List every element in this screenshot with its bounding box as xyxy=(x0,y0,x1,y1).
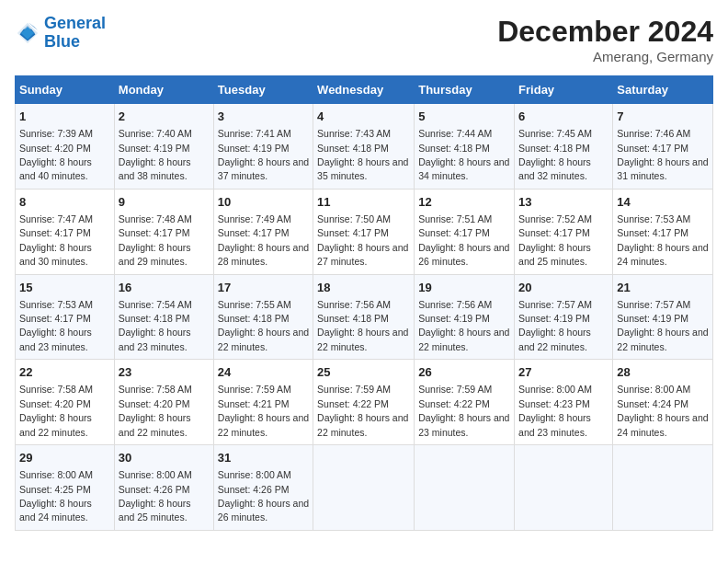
day-number: 25 xyxy=(317,364,410,381)
day-info: Sunrise: 7:59 AMSunset: 4:21 PMDaylight:… xyxy=(218,384,309,437)
day-number: 29 xyxy=(19,450,110,466)
day-number: 13 xyxy=(518,194,609,211)
logo: General Blue xyxy=(15,15,106,52)
calendar-day-cell: 27Sunrise: 8:00 AMSunset: 4:23 PMDayligh… xyxy=(515,360,613,445)
day-number: 6 xyxy=(518,109,609,125)
day-info: Sunrise: 8:00 AMSunset: 4:26 PMDaylight:… xyxy=(218,469,309,523)
day-info: Sunrise: 7:58 AMSunset: 4:20 PMDaylight:… xyxy=(119,384,192,437)
calendar-week-row: 1Sunrise: 7:39 AMSunset: 4:20 PMDaylight… xyxy=(16,104,713,190)
calendar-day-cell: 29Sunrise: 8:00 AMSunset: 4:25 PMDayligh… xyxy=(16,445,115,531)
logo-line1: General xyxy=(44,14,106,32)
day-info: Sunrise: 7:58 AMSunset: 4:20 PMDaylight:… xyxy=(19,384,93,437)
calendar-day-cell: 15Sunrise: 7:53 AMSunset: 4:17 PMDayligh… xyxy=(16,274,115,360)
calendar-day-cell: 7Sunrise: 7:46 AMSunset: 4:17 PMDaylight… xyxy=(613,104,713,190)
day-info: Sunrise: 7:57 AMSunset: 4:19 PMDaylight:… xyxy=(518,299,592,352)
calendar-day-cell: 19Sunrise: 7:56 AMSunset: 4:19 PMDayligh… xyxy=(415,274,515,360)
day-info: Sunrise: 8:00 AMSunset: 4:24 PMDaylight:… xyxy=(617,384,708,437)
day-info: Sunrise: 7:57 AMSunset: 4:19 PMDaylight:… xyxy=(617,299,708,352)
day-of-week-header: Saturday xyxy=(613,76,713,104)
calendar-week-row: 29Sunrise: 8:00 AMSunset: 4:25 PMDayligh… xyxy=(16,445,713,531)
calendar-day-cell: 25Sunrise: 7:59 AMSunset: 4:22 PMDayligh… xyxy=(313,360,415,445)
calendar-day-cell: 13Sunrise: 7:52 AMSunset: 4:17 PMDayligh… xyxy=(515,189,613,274)
day-number: 21 xyxy=(617,280,709,296)
calendar-day-cell xyxy=(415,445,515,531)
calendar-day-cell: 21Sunrise: 7:57 AMSunset: 4:19 PMDayligh… xyxy=(613,274,713,360)
day-of-week-header: Wednesday xyxy=(313,76,415,104)
logo-text: General Blue xyxy=(44,15,106,52)
day-number: 8 xyxy=(19,194,110,211)
calendar-day-cell: 18Sunrise: 7:56 AMSunset: 4:18 PMDayligh… xyxy=(313,274,415,360)
calendar-week-row: 15Sunrise: 7:53 AMSunset: 4:17 PMDayligh… xyxy=(16,274,713,360)
day-of-week-header: Sunday xyxy=(16,76,115,104)
logo-icon xyxy=(15,20,40,46)
day-info: Sunrise: 7:52 AMSunset: 4:17 PMDaylight:… xyxy=(518,213,592,267)
title-block: December 2024 Amerang, Germany xyxy=(497,15,713,64)
day-info: Sunrise: 7:41 AMSunset: 4:19 PMDaylight:… xyxy=(218,128,309,181)
calendar-day-cell: 6Sunrise: 7:45 AMSunset: 4:18 PMDaylight… xyxy=(515,104,613,190)
day-number: 1 xyxy=(19,109,110,125)
day-info: Sunrise: 7:44 AMSunset: 4:18 PMDaylight:… xyxy=(418,128,509,181)
location: Amerang, Germany xyxy=(497,49,713,64)
day-info: Sunrise: 7:53 AMSunset: 4:17 PMDaylight:… xyxy=(617,213,708,267)
day-info: Sunrise: 7:53 AMSunset: 4:17 PMDaylight:… xyxy=(19,299,93,352)
day-number: 27 xyxy=(518,364,609,381)
day-of-week-header: Friday xyxy=(515,76,613,104)
day-info: Sunrise: 7:56 AMSunset: 4:19 PMDaylight:… xyxy=(418,299,509,352)
day-info: Sunrise: 7:46 AMSunset: 4:17 PMDaylight:… xyxy=(617,128,708,181)
day-number: 18 xyxy=(317,280,410,296)
logo-line2: Blue xyxy=(44,32,80,51)
calendar-day-cell: 20Sunrise: 7:57 AMSunset: 4:19 PMDayligh… xyxy=(515,274,613,360)
calendar-day-cell: 28Sunrise: 8:00 AMSunset: 4:24 PMDayligh… xyxy=(613,360,713,445)
day-number: 2 xyxy=(119,109,210,125)
calendar-day-cell: 9Sunrise: 7:48 AMSunset: 4:17 PMDaylight… xyxy=(114,189,213,274)
calendar-day-cell: 11Sunrise: 7:50 AMSunset: 4:17 PMDayligh… xyxy=(313,189,415,274)
day-number: 14 xyxy=(617,194,709,211)
day-number: 24 xyxy=(218,364,309,381)
calendar-day-cell: 26Sunrise: 7:59 AMSunset: 4:22 PMDayligh… xyxy=(415,360,515,445)
day-info: Sunrise: 7:47 AMSunset: 4:17 PMDaylight:… xyxy=(19,213,93,267)
calendar-week-row: 22Sunrise: 7:58 AMSunset: 4:20 PMDayligh… xyxy=(16,360,713,445)
calendar-day-cell: 4Sunrise: 7:43 AMSunset: 4:18 PMDaylight… xyxy=(313,104,415,190)
calendar-day-cell: 22Sunrise: 7:58 AMSunset: 4:20 PMDayligh… xyxy=(16,360,115,445)
calendar-day-cell: 2Sunrise: 7:40 AMSunset: 4:19 PMDaylight… xyxy=(114,104,213,190)
month-year: December 2024 xyxy=(497,15,713,49)
calendar-day-cell: 1Sunrise: 7:39 AMSunset: 4:20 PMDaylight… xyxy=(16,104,115,190)
day-of-week-header: Tuesday xyxy=(213,76,313,104)
calendar-day-cell: 30Sunrise: 8:00 AMSunset: 4:26 PMDayligh… xyxy=(114,445,213,531)
day-of-week-header: Thursday xyxy=(415,76,515,104)
calendar-day-cell: 23Sunrise: 7:58 AMSunset: 4:20 PMDayligh… xyxy=(114,360,213,445)
calendar-day-cell: 5Sunrise: 7:44 AMSunset: 4:18 PMDaylight… xyxy=(415,104,515,190)
day-info: Sunrise: 7:40 AMSunset: 4:19 PMDaylight:… xyxy=(119,128,192,181)
day-info: Sunrise: 8:00 AMSunset: 4:26 PMDaylight:… xyxy=(119,469,192,523)
day-info: Sunrise: 7:49 AMSunset: 4:17 PMDaylight:… xyxy=(218,213,309,267)
calendar-day-cell: 10Sunrise: 7:49 AMSunset: 4:17 PMDayligh… xyxy=(213,189,313,274)
day-number: 15 xyxy=(19,280,110,296)
calendar-table: SundayMondayTuesdayWednesdayThursdayFrid… xyxy=(15,75,713,531)
day-number: 28 xyxy=(617,364,709,381)
calendar-week-row: 8Sunrise: 7:47 AMSunset: 4:17 PMDaylight… xyxy=(16,189,713,274)
day-number: 23 xyxy=(119,364,210,381)
day-info: Sunrise: 7:48 AMSunset: 4:17 PMDaylight:… xyxy=(119,213,192,267)
day-number: 16 xyxy=(119,280,210,296)
calendar-header-row: SundayMondayTuesdayWednesdayThursdayFrid… xyxy=(16,76,713,104)
day-number: 12 xyxy=(418,194,510,211)
day-info: Sunrise: 8:00 AMSunset: 4:25 PMDaylight:… xyxy=(19,469,93,523)
calendar-day-cell: 31Sunrise: 8:00 AMSunset: 4:26 PMDayligh… xyxy=(213,445,313,531)
page-header: General Blue December 2024 Amerang, Germ… xyxy=(15,15,713,64)
day-of-week-header: Monday xyxy=(114,76,213,104)
calendar-day-cell: 16Sunrise: 7:54 AMSunset: 4:18 PMDayligh… xyxy=(114,274,213,360)
day-number: 22 xyxy=(19,364,110,381)
day-info: Sunrise: 7:56 AMSunset: 4:18 PMDaylight:… xyxy=(317,299,408,352)
day-number: 31 xyxy=(218,450,309,466)
day-info: Sunrise: 7:54 AMSunset: 4:18 PMDaylight:… xyxy=(119,299,192,352)
day-info: Sunrise: 7:43 AMSunset: 4:18 PMDaylight:… xyxy=(317,128,408,181)
calendar-day-cell xyxy=(613,445,713,531)
day-info: Sunrise: 7:51 AMSunset: 4:17 PMDaylight:… xyxy=(418,213,509,267)
day-info: Sunrise: 7:50 AMSunset: 4:17 PMDaylight:… xyxy=(317,213,408,267)
day-info: Sunrise: 7:39 AMSunset: 4:20 PMDaylight:… xyxy=(19,128,93,181)
calendar-day-cell: 3Sunrise: 7:41 AMSunset: 4:19 PMDaylight… xyxy=(213,104,313,190)
day-number: 9 xyxy=(119,194,210,211)
day-number: 3 xyxy=(218,109,309,125)
day-number: 20 xyxy=(518,280,609,296)
day-number: 19 xyxy=(418,280,510,296)
